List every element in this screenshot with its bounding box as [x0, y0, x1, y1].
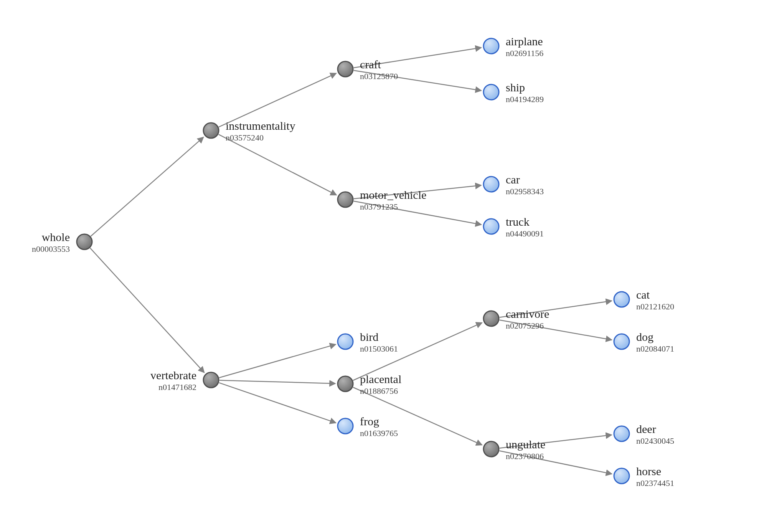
node-car	[484, 177, 499, 192]
label-name-placental: placental	[360, 373, 401, 385]
label-name-car: car	[506, 173, 520, 186]
label-name-instrumentality: instrumentality	[226, 119, 295, 132]
node-horse	[614, 468, 629, 484]
label-name-whole: whole	[42, 231, 70, 243]
label-id-deer: n02430045	[636, 436, 674, 446]
edge-whole-instrumentality	[91, 137, 204, 236]
node-craft	[338, 61, 353, 77]
node-carnivore	[484, 311, 499, 326]
node-vertebrate	[203, 372, 219, 388]
label-id-bird: n01503061	[360, 344, 398, 354]
label-name-frog: frog	[360, 415, 379, 428]
label-id-ship: n04194289	[506, 94, 544, 104]
label-id-cat: n02121620	[636, 302, 674, 311]
label-name-ungulate: ungulate	[506, 438, 545, 451]
label-id-carnivore: n02075296	[506, 321, 544, 330]
edge-vertebrate-bird	[219, 344, 336, 378]
node-ungulate	[484, 441, 499, 457]
edge-vertebrate-frog	[219, 383, 336, 423]
label-id-motor_vehicle: n03791235	[360, 202, 398, 211]
label-name-cat: cat	[636, 288, 650, 301]
label-id-instrumentality: n03575240	[226, 133, 264, 142]
label-id-truck: n04490091	[506, 229, 544, 238]
label-name-motor_vehicle: motor_vehicle	[360, 188, 426, 201]
node-dog	[614, 334, 629, 349]
label-id-frog: n01639765	[360, 428, 398, 438]
edge-vertebrate-placental	[219, 380, 335, 384]
label-name-deer: deer	[636, 423, 656, 435]
node-instrumentality	[203, 123, 219, 138]
label-id-car: n02958343	[506, 187, 544, 196]
node-ship	[484, 84, 499, 100]
node-motor_vehicle	[338, 192, 353, 207]
label-name-airplane: airplane	[506, 35, 543, 48]
label-name-bird: bird	[360, 330, 378, 343]
label-name-truck: truck	[506, 215, 530, 228]
node-airplane	[484, 38, 499, 54]
label-id-craft: n03125870	[360, 71, 398, 81]
label-id-placental: n01886756	[360, 386, 398, 396]
edge-instrumentality-craft	[219, 73, 336, 127]
label-name-horse: horse	[636, 465, 661, 477]
node-placental	[338, 376, 353, 392]
edge-instrumentality-motor_vehicle	[219, 134, 337, 195]
node-truck	[484, 219, 499, 234]
node-deer	[614, 426, 629, 441]
label-name-vertebrate: vertebrate	[150, 369, 196, 382]
label-id-horse: n02374451	[636, 478, 674, 488]
label-id-ungulate: n02370806	[506, 451, 544, 461]
node-cat	[614, 292, 629, 307]
label-id-dog: n02084071	[636, 344, 674, 354]
label-name-carnivore: carnivore	[506, 307, 549, 320]
label-name-ship: ship	[506, 81, 525, 94]
label-id-airplane: n02691156	[506, 48, 543, 58]
label-id-vertebrate: n01471682	[158, 382, 196, 392]
edge-whole-vertebrate	[90, 248, 205, 373]
label-name-dog: dog	[636, 330, 653, 343]
label-name-craft: craft	[360, 58, 381, 71]
node-bird	[338, 334, 353, 349]
hierarchy-diagram: wholen00003553instrumentalityn03575240ve…	[0, 0, 769, 532]
node-whole	[77, 234, 92, 249]
label-id-whole: n00003553	[32, 244, 70, 254]
node-frog	[338, 418, 353, 434]
